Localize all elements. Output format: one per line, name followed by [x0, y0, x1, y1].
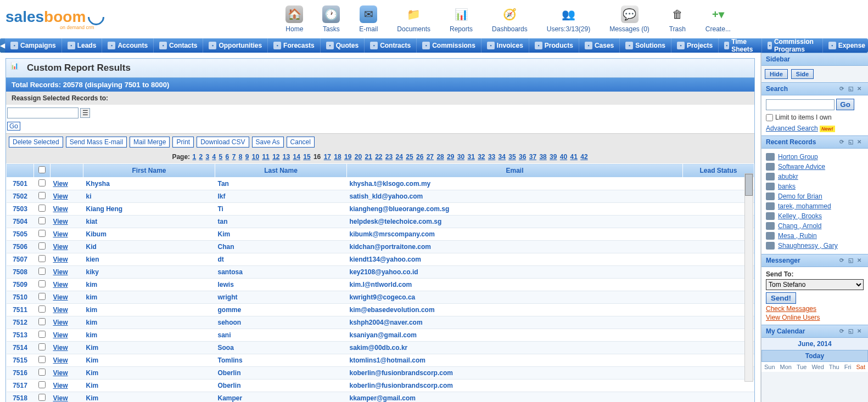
page-39[interactable]: 39: [550, 153, 557, 161]
nav-scroll-left[interactable]: ◀: [0, 38, 5, 53]
view-link[interactable]: View: [53, 319, 68, 326]
view-link[interactable]: View: [53, 382, 68, 389]
nav-solutions[interactable]: ▪Solutions: [620, 38, 671, 53]
col-select-all[interactable]: [34, 164, 51, 178]
page-42[interactable]: 42: [580, 153, 587, 161]
page-22[interactable]: 22: [375, 153, 382, 161]
section-popout-icon[interactable]: ◱: [848, 328, 855, 335]
cancel-button[interactable]: Cancel: [287, 137, 315, 148]
section-refresh-icon[interactable]: ⟳: [839, 257, 846, 264]
page-30[interactable]: 30: [457, 153, 464, 161]
page-40[interactable]: 40: [560, 153, 567, 161]
send-to-select[interactable]: Tom Stefano: [766, 279, 864, 290]
view-link[interactable]: View: [53, 293, 68, 301]
send-button[interactable]: Send!: [766, 292, 796, 304]
row-checkbox[interactable]: [38, 356, 46, 363]
view-link[interactable]: View: [53, 180, 68, 188]
page-5[interactable]: 5: [219, 153, 223, 161]
row-checkbox[interactable]: [38, 394, 46, 401]
dashboards-button[interactable]: 🧭Dashboards: [492, 5, 528, 33]
page-29[interactable]: 29: [447, 153, 454, 161]
nav-projects[interactable]: ▪Projects: [671, 38, 719, 53]
nav-products[interactable]: ▪Products: [529, 38, 579, 53]
search-go-button[interactable]: Go: [836, 99, 854, 110]
page-32[interactable]: 32: [478, 153, 485, 161]
section-close-icon[interactable]: ✕: [857, 257, 864, 264]
download-csv-button[interactable]: Download CSV: [197, 137, 249, 148]
section-close-icon[interactable]: ✕: [857, 328, 864, 335]
col-email[interactable]: Email: [347, 164, 683, 178]
page-28[interactable]: 28: [436, 153, 444, 161]
send-mass-e-mail-button[interactable]: Send Mass E-mail: [66, 137, 127, 148]
nav-campaigns[interactable]: ▪Campaigns: [5, 38, 62, 53]
logo[interactable]: salesboom on demand crm: [5, 8, 148, 30]
recent-link[interactable]: Shaughnessy , Gary: [778, 242, 838, 250]
view-link[interactable]: View: [53, 369, 68, 377]
reassign-picker-button[interactable]: ☰: [80, 108, 90, 118]
view-link[interactable]: View: [53, 268, 68, 276]
page-37[interactable]: 37: [529, 153, 536, 161]
row-checkbox[interactable]: [38, 242, 46, 250]
row-checkbox[interactable]: [38, 230, 46, 237]
row-checkbox[interactable]: [38, 179, 46, 186]
row-checkbox[interactable]: [38, 369, 46, 376]
page-19[interactable]: 19: [344, 153, 351, 161]
page-31[interactable]: 31: [467, 153, 474, 161]
recent-link[interactable]: Mesa , Rubin: [778, 232, 817, 240]
save-as-button[interactable]: Save As: [252, 137, 284, 148]
view-link[interactable]: View: [53, 243, 68, 251]
tasks-button[interactable]: 🕐Tasks: [322, 5, 340, 33]
page-25[interactable]: 25: [406, 153, 413, 161]
nav-leads[interactable]: ▪Leads: [62, 38, 103, 53]
users-button[interactable]: 👥Users:3/13(29): [547, 5, 590, 33]
page-16[interactable]: 16: [313, 153, 321, 161]
section-popout-icon[interactable]: ◱: [848, 86, 855, 92]
page-15[interactable]: 15: [303, 153, 310, 161]
row-checkbox[interactable]: [38, 343, 46, 350]
section-close-icon[interactable]: ✕: [857, 139, 864, 145]
recent-link[interactable]: Horton Group: [778, 153, 818, 161]
page-24[interactable]: 24: [396, 153, 403, 161]
email-button[interactable]: ✉E-mail: [359, 5, 378, 33]
page-8[interactable]: 8: [239, 153, 243, 161]
section-popout-icon[interactable]: ◱: [848, 139, 855, 145]
nav-commission-programs[interactable]: ▪Commission Programs: [762, 38, 823, 53]
page-35[interactable]: 35: [508, 153, 516, 161]
messages-button[interactable]: 💬Messages (0): [609, 5, 649, 33]
reports-button[interactable]: 📊Reports: [450, 5, 473, 33]
page-26[interactable]: 26: [416, 153, 423, 161]
recent-link[interactable]: Kelley , Brooks: [778, 212, 822, 220]
page-12[interactable]: 12: [272, 153, 279, 161]
recent-link[interactable]: abubkr: [778, 173, 798, 180]
create-button[interactable]: +▾Create...: [705, 5, 731, 33]
nav-accounts[interactable]: ▪Accounts: [102, 38, 154, 53]
print-button[interactable]: Print: [172, 137, 194, 148]
row-checkbox[interactable]: [38, 293, 46, 300]
page-10[interactable]: 10: [252, 153, 259, 161]
nav-commissions[interactable]: ▪Commissions: [417, 38, 481, 53]
nav-invoices[interactable]: ▪Invoices: [481, 38, 529, 53]
col-first-name[interactable]: First Name: [83, 164, 215, 178]
page-6[interactable]: 6: [226, 153, 229, 161]
section-popout-icon[interactable]: ◱: [848, 257, 855, 264]
row-checkbox[interactable]: [38, 268, 46, 275]
table-scrollbar[interactable]: [744, 173, 753, 382]
page-11[interactable]: 11: [262, 153, 269, 161]
view-link[interactable]: View: [53, 218, 68, 225]
view-link[interactable]: View: [53, 256, 68, 263]
view-link[interactable]: View: [53, 394, 68, 402]
view-link[interactable]: View: [53, 344, 68, 352]
mail-merge-button[interactable]: Mail Merge: [130, 137, 170, 148]
page-33[interactable]: 33: [488, 153, 495, 161]
page-13[interactable]: 13: [283, 153, 290, 161]
check-messages-link[interactable]: Check Messages: [766, 305, 864, 313]
view-link[interactable]: View: [53, 281, 68, 288]
nav-time-sheets[interactable]: ▪Time Sheets: [719, 38, 761, 53]
nav-forecasts[interactable]: ▪Forecasts: [268, 38, 321, 53]
page-23[interactable]: 23: [385, 153, 393, 161]
row-checkbox[interactable]: [38, 381, 46, 388]
nav-opportunities[interactable]: ▪Opportunities: [203, 38, 268, 53]
page-20[interactable]: 20: [355, 153, 362, 161]
row-checkbox[interactable]: [38, 318, 46, 325]
page-41[interactable]: 41: [570, 153, 578, 161]
